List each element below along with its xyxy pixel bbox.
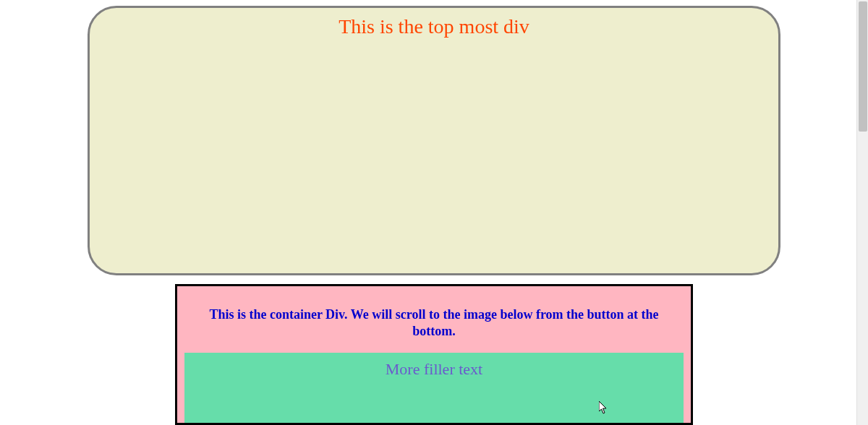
filler-div: More filler text [184, 353, 684, 425]
filler-text: More filler text [184, 360, 684, 379]
top-div: This is the top most div [88, 6, 780, 275]
page-scrollbar-thumb[interactable] [859, 1, 867, 132]
top-div-title: This is the top most div [90, 15, 778, 38]
page-scrollbar[interactable] [856, 0, 868, 425]
page-wrap: This is the top most div This is the con… [0, 0, 868, 425]
container-div[interactable]: This is the container Div. We will scrol… [175, 284, 693, 425]
container-inner: This is the container Div. We will scrol… [177, 286, 691, 353]
container-heading: This is the container Div. We will scrol… [184, 293, 684, 353]
